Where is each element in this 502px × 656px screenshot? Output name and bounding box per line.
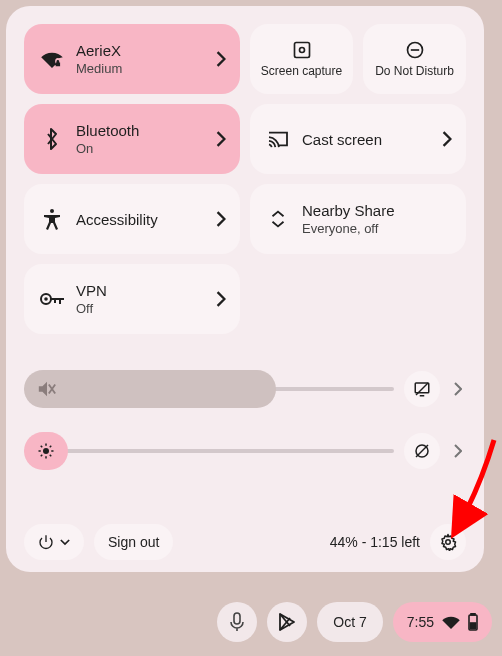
wifi-subtitle: Medium bbox=[76, 61, 216, 76]
settings-button[interactable] bbox=[430, 524, 466, 560]
bluetooth-subtitle: On bbox=[76, 141, 216, 156]
bluetooth-title: Bluetooth bbox=[76, 122, 216, 139]
svg-point-4 bbox=[50, 209, 54, 213]
nearby-share-icon bbox=[264, 208, 292, 230]
battery-status-text: 44% - 1:15 left bbox=[330, 534, 420, 550]
vpn-subtitle: Off bbox=[76, 301, 216, 316]
quick-settings-panel: AerieX Medium Screen capture Do Not Dist… bbox=[6, 6, 484, 572]
dnd-icon bbox=[405, 40, 425, 60]
shelf: Oct 7 7:55 bbox=[217, 602, 492, 642]
shelf-date-text: Oct 7 bbox=[333, 614, 366, 630]
vpn-key-icon bbox=[38, 292, 66, 306]
dnd-label: Do Not Disturb bbox=[375, 64, 454, 78]
svg-rect-21 bbox=[234, 613, 240, 624]
screen-capture-label: Screen capture bbox=[261, 64, 342, 78]
shelf-status-tray[interactable]: 7:55 bbox=[393, 602, 492, 642]
voice-input-button[interactable] bbox=[217, 602, 257, 642]
sign-out-label: Sign out bbox=[108, 534, 159, 550]
dnd-tile[interactable]: Do Not Disturb bbox=[363, 24, 466, 94]
volume-mute-icon bbox=[36, 379, 58, 399]
night-light-off-icon bbox=[413, 442, 431, 460]
nearby-share-title: Nearby Share bbox=[302, 202, 452, 219]
brightness-expand-chevron[interactable] bbox=[450, 444, 466, 458]
chevron-right-icon bbox=[216, 211, 226, 227]
chevron-down-icon bbox=[60, 539, 70, 546]
brightness-icon bbox=[37, 442, 55, 460]
svg-line-17 bbox=[50, 446, 52, 448]
chevron-right-icon bbox=[216, 51, 226, 67]
brightness-slider[interactable] bbox=[24, 432, 394, 470]
audio-output-icon bbox=[413, 380, 431, 398]
vpn-title: VPN bbox=[76, 282, 216, 299]
night-light-button[interactable] bbox=[404, 433, 440, 469]
battery-icon bbox=[468, 613, 478, 631]
play-store-icon bbox=[278, 612, 296, 632]
svg-point-1 bbox=[299, 47, 304, 52]
gear-icon bbox=[439, 533, 457, 551]
power-menu-button[interactable] bbox=[24, 524, 84, 560]
screen-capture-tile[interactable]: Screen capture bbox=[250, 24, 353, 94]
accessibility-title: Accessibility bbox=[76, 211, 216, 228]
nearby-share-tile[interactable]: Nearby Share Everyone, off bbox=[250, 184, 466, 254]
svg-point-20 bbox=[446, 540, 451, 545]
vpn-tile[interactable]: VPN Off bbox=[24, 264, 240, 334]
svg-line-15 bbox=[50, 455, 52, 457]
nearby-share-subtitle: Everyone, off bbox=[302, 221, 452, 236]
svg-rect-25 bbox=[471, 613, 475, 615]
microphone-icon bbox=[230, 612, 244, 632]
accessibility-icon bbox=[38, 208, 66, 230]
audio-output-button[interactable] bbox=[404, 371, 440, 407]
bluetooth-tile[interactable]: Bluetooth On bbox=[24, 104, 240, 174]
sign-out-button[interactable]: Sign out bbox=[94, 524, 173, 560]
play-store-button[interactable] bbox=[267, 602, 307, 642]
wifi-locked-icon bbox=[38, 50, 66, 68]
shelf-time-text: 7:55 bbox=[407, 614, 434, 630]
svg-point-9 bbox=[43, 448, 49, 454]
screen-capture-icon bbox=[292, 40, 312, 60]
volume-expand-chevron[interactable] bbox=[450, 382, 466, 396]
svg-line-14 bbox=[41, 446, 43, 448]
cast-tile[interactable]: Cast screen bbox=[250, 104, 466, 174]
wifi-icon bbox=[442, 615, 460, 629]
cast-title: Cast screen bbox=[302, 131, 442, 148]
wifi-tile[interactable]: AerieX Medium bbox=[24, 24, 240, 94]
bluetooth-icon bbox=[38, 128, 66, 150]
wifi-title: AerieX bbox=[76, 42, 216, 59]
svg-rect-0 bbox=[294, 42, 309, 57]
accessibility-tile[interactable]: Accessibility bbox=[24, 184, 240, 254]
chevron-right-icon bbox=[442, 131, 452, 147]
svg-line-16 bbox=[41, 455, 43, 457]
cast-icon bbox=[264, 130, 292, 148]
svg-rect-26 bbox=[471, 623, 476, 629]
svg-point-6 bbox=[44, 297, 48, 301]
shelf-date-button[interactable]: Oct 7 bbox=[317, 602, 382, 642]
volume-slider[interactable] bbox=[24, 370, 394, 408]
chevron-right-icon bbox=[216, 131, 226, 147]
chevron-right-icon bbox=[216, 291, 226, 307]
power-icon bbox=[38, 534, 54, 550]
